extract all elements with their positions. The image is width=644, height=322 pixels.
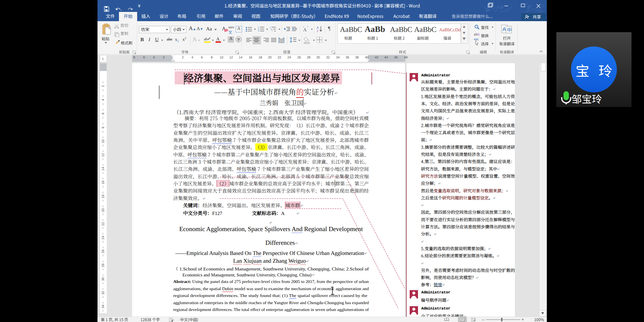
svg-text:A: A: [502, 26, 506, 32]
svg-text:中: 中: [507, 26, 512, 33]
svg-text:3: 3: [258, 30, 259, 32]
svg-text:Z: Z: [317, 30, 318, 32]
svg-text:i: i: [272, 30, 273, 32]
svg-text:A: A: [317, 26, 319, 30]
svg-text:A: A: [303, 27, 307, 32]
